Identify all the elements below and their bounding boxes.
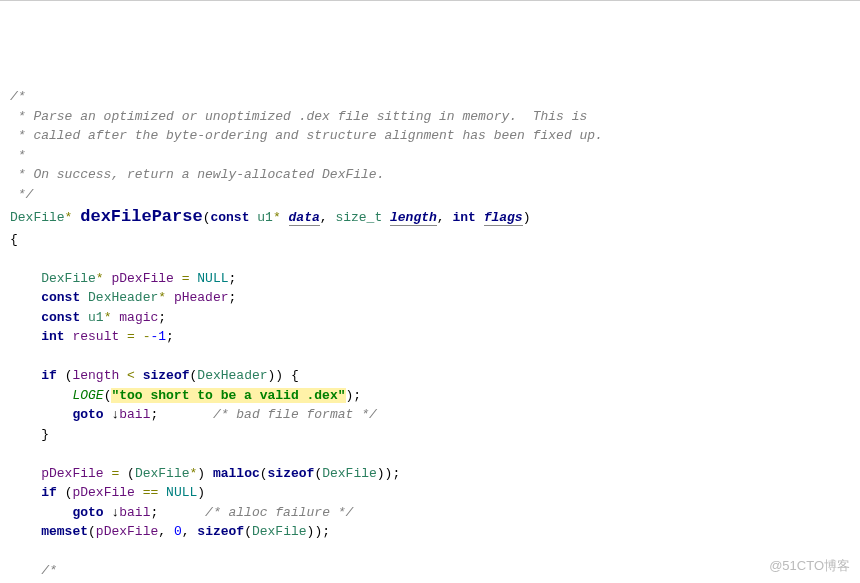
paren: )	[197, 485, 205, 500]
const-kw: const	[41, 290, 80, 305]
semi: ;	[166, 329, 174, 344]
semi: ;	[158, 310, 166, 325]
param-data[interactable]: data	[289, 210, 320, 226]
comment: /* bad file format */	[213, 407, 377, 422]
paren: (	[244, 524, 252, 539]
type: DexFile	[322, 466, 377, 481]
var-result: result	[72, 329, 119, 344]
goto-kw: goto	[72, 505, 103, 520]
var-pdexfile: pDexFile	[111, 271, 173, 286]
if-kw: if	[41, 368, 57, 383]
loge-fn: LOGE	[72, 388, 103, 403]
semi: ;	[392, 466, 400, 481]
type: u1	[88, 310, 104, 325]
var: pDexFile	[41, 466, 103, 481]
paren: (	[88, 524, 96, 539]
comment: /*	[41, 563, 57, 578]
var: pDexFile	[72, 485, 134, 500]
paren: )	[377, 466, 385, 481]
type: DexHeader	[88, 290, 158, 305]
if-kw: if	[41, 485, 57, 500]
type: DexFile	[41, 271, 96, 286]
type: DexFile	[135, 466, 190, 481]
star: *	[158, 290, 166, 305]
semi: ;	[229, 290, 237, 305]
num: 0	[174, 524, 182, 539]
comma: ,	[182, 524, 190, 539]
comma: ,	[158, 524, 166, 539]
paren: )	[275, 368, 283, 383]
comma: ,	[320, 210, 328, 225]
goto-kw: goto	[72, 407, 103, 422]
memset-fn: memset	[41, 524, 88, 539]
semi: ;	[353, 388, 361, 403]
param-length[interactable]: length	[390, 210, 437, 226]
paren: (	[127, 466, 135, 481]
type: u1	[257, 210, 273, 225]
label-bail[interactable]: bail	[119, 505, 150, 520]
paren: )	[523, 210, 531, 225]
const-kw: const	[41, 310, 80, 325]
var-pheader: pHeader	[174, 290, 229, 305]
label-bail[interactable]: bail	[119, 407, 150, 422]
var: pDexFile	[96, 524, 158, 539]
star: *	[104, 310, 112, 325]
brace: {	[10, 232, 18, 247]
semi: ;	[150, 407, 158, 422]
op: ==	[143, 485, 159, 500]
semi: ;	[229, 271, 237, 286]
brace: {	[291, 368, 299, 383]
comment: /* alloc failure */	[205, 505, 353, 520]
return-type: DexFile	[10, 210, 65, 225]
op: <	[127, 368, 135, 383]
function-name[interactable]: dexFileParse	[80, 207, 202, 226]
op: =	[182, 271, 190, 286]
star: *	[273, 210, 281, 225]
param-flags[interactable]: flags	[484, 210, 523, 226]
type: DexFile	[252, 524, 307, 539]
sizeof-kw: sizeof	[197, 524, 244, 539]
comma: ,	[437, 210, 445, 225]
comment-line: *	[10, 148, 26, 163]
semi: ;	[322, 524, 330, 539]
comment-line: /*	[10, 89, 26, 104]
num: -1	[151, 329, 167, 344]
int-kw: int	[41, 329, 64, 344]
comment-line: */	[10, 187, 33, 202]
op: =	[127, 329, 135, 344]
const-kw: const	[210, 210, 249, 225]
code-block: /* * Parse an optimized or unoptimized .…	[10, 87, 850, 583]
var: length	[72, 368, 119, 383]
brace: }	[41, 427, 49, 442]
comment-line: * Parse an optimized or unoptimized .dex…	[10, 109, 587, 124]
string-literal: "too short to be a valid .dex"	[111, 388, 345, 403]
comment-line: * called after the byte-ordering and str…	[10, 128, 603, 143]
paren: )	[197, 466, 205, 481]
sizeof-kw: sizeof	[268, 466, 315, 481]
comment-line: * On success, return a newly-allocated D…	[10, 167, 384, 182]
star: *	[65, 210, 73, 225]
int-kw: int	[452, 210, 475, 225]
null: NULL	[166, 485, 197, 500]
type: size_t	[335, 210, 382, 225]
op: =	[111, 466, 119, 481]
watermark: @51CTO博客	[769, 556, 850, 576]
type: DexHeader	[197, 368, 267, 383]
sizeof-kw: sizeof	[143, 368, 190, 383]
malloc-fn: malloc	[213, 466, 260, 481]
null: NULL	[197, 271, 228, 286]
paren: (	[260, 466, 268, 481]
semi: ;	[150, 505, 158, 520]
star: *	[96, 271, 104, 286]
var-magic: magic	[119, 310, 158, 325]
